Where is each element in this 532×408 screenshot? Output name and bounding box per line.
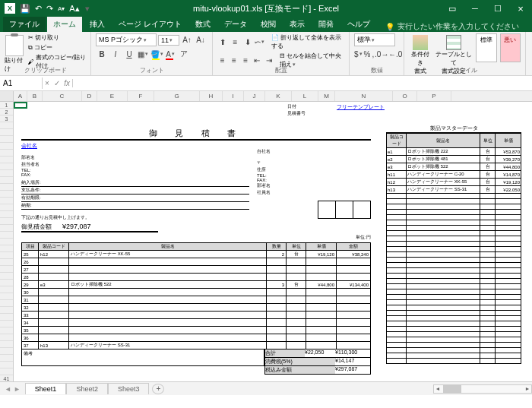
row-header[interactable] — [0, 266, 13, 273]
maximize-button[interactable]: ☐ — [486, 0, 509, 17]
cell-value[interactable]: ハンディークリーナー XK-55 — [69, 251, 267, 258]
cell-value[interactable] — [407, 300, 480, 305]
cell-value[interactable] — [496, 337, 521, 343]
cell-value[interactable] — [496, 231, 521, 236]
cell-value[interactable] — [69, 327, 267, 334]
cell-value[interactable]: ¥19,120 — [496, 179, 521, 186]
cell-value[interactable] — [387, 247, 407, 252]
row-header[interactable] — [0, 150, 13, 157]
cell-value[interactable] — [267, 342, 287, 349]
cell-value[interactable] — [387, 316, 407, 321]
italic-button[interactable]: I — [109, 48, 122, 60]
cell-value[interactable] — [480, 289, 496, 295]
row-header[interactable] — [0, 239, 13, 245]
cell-value[interactable] — [496, 210, 521, 215]
redo-icon[interactable]: ↷ — [46, 4, 53, 14]
bold-button[interactable]: B — [96, 48, 108, 60]
cell-value[interactable] — [496, 311, 521, 316]
cell-value[interactable] — [480, 215, 496, 220]
cell-value[interactable]: 32 — [22, 304, 39, 311]
cell-value[interactable] — [267, 304, 287, 311]
column-header[interactable]: J — [244, 91, 265, 101]
cell-value[interactable] — [387, 353, 407, 359]
increase-font-button[interactable]: A↑ — [181, 34, 193, 46]
cell-value[interactable] — [287, 274, 306, 280]
column-header[interactable]: G — [154, 91, 200, 101]
cell-value[interactable] — [480, 236, 496, 242]
row-headers[interactable]: 123414243 — [0, 102, 14, 395]
cell-value[interactable] — [267, 266, 287, 273]
cell-value[interactable] — [407, 343, 480, 348]
row-header[interactable] — [0, 211, 13, 218]
cell-value[interactable] — [496, 353, 521, 359]
cell-value[interactable] — [387, 236, 407, 242]
cell-value[interactable] — [480, 247, 496, 252]
tab-review[interactable]: 校閲 — [255, 17, 282, 32]
row-header[interactable] — [0, 198, 13, 204]
font-color-button[interactable]: A▾ — [164, 48, 176, 60]
cell-value[interactable] — [306, 289, 337, 296]
row-header[interactable] — [0, 225, 13, 232]
cell-value[interactable] — [306, 274, 337, 280]
cell-value[interactable] — [387, 226, 407, 231]
cell-value[interactable] — [407, 327, 480, 332]
row-header[interactable] — [0, 259, 13, 266]
cell-value[interactable] — [387, 295, 407, 300]
row-header[interactable] — [0, 334, 13, 341]
cell-value[interactable] — [387, 279, 407, 284]
cell-value[interactable] — [387, 305, 407, 311]
sheet-tab-1[interactable]: Sheet1 — [25, 383, 67, 394]
cell-value[interactable] — [407, 268, 480, 274]
cell-value[interactable] — [267, 312, 287, 318]
cell-value[interactable] — [496, 305, 521, 311]
cell-value[interactable]: 28 — [22, 274, 39, 280]
cell-value[interactable] — [496, 274, 521, 279]
cell-value[interactable]: 29 — [22, 281, 39, 288]
cell-value[interactable] — [496, 242, 521, 247]
cell-value[interactable] — [387, 268, 407, 274]
cell-value[interactable] — [480, 348, 496, 353]
ribbon-options-icon[interactable]: ▭ — [441, 0, 464, 17]
tab-view[interactable]: 表示 — [283, 17, 311, 32]
cut-button[interactable]: ✂切り取り — [28, 33, 86, 42]
cell-value[interactable]: ¥39,270 — [496, 156, 521, 163]
cell-value[interactable]: 36 — [22, 334, 39, 341]
row-header[interactable] — [0, 362, 13, 368]
cell-value[interactable]: 台 — [287, 251, 306, 258]
cell-value[interactable]: ハンディークリーナー SS-31 — [407, 186, 480, 194]
cell-value[interactable]: ¥19,120 — [306, 251, 337, 258]
cell-value[interactable] — [306, 327, 337, 334]
save-icon[interactable]: 💾 — [20, 4, 30, 14]
cell-value[interactable] — [496, 348, 521, 353]
row-header[interactable] — [0, 136, 13, 143]
formula-input[interactable] — [73, 77, 532, 89]
cell-value[interactable] — [387, 220, 407, 226]
cell-value[interactable] — [337, 266, 370, 273]
cell-value[interactable] — [496, 258, 521, 263]
cell-value[interactable]: 台 — [480, 179, 496, 186]
cell-value[interactable] — [306, 312, 337, 318]
cell-value[interactable]: 34 — [22, 319, 39, 326]
column-header[interactable]: P — [417, 91, 451, 101]
number-format-select[interactable]: 標準▾ — [354, 33, 395, 46]
cell-value[interactable] — [387, 199, 407, 204]
enter-formula-icon[interactable]: ✓ — [54, 79, 60, 87]
cell-value[interactable] — [306, 342, 337, 349]
cell-value[interactable] — [407, 274, 480, 279]
cell-value[interactable] — [387, 321, 407, 327]
cell-value[interactable] — [337, 342, 370, 349]
column-header[interactable]: F — [128, 91, 154, 101]
cell-value[interactable]: e1 — [387, 148, 407, 156]
cell-value[interactable] — [387, 327, 407, 332]
select-all-corner[interactable] — [0, 91, 14, 101]
cell-value[interactable] — [407, 353, 480, 359]
cell-value[interactable] — [496, 236, 521, 242]
sheet-cells[interactable]: フリーテンプレート 日付 見積番号 御 見 積 書 会社名 部署名 — [14, 102, 532, 395]
cell-value[interactable] — [480, 231, 496, 236]
cell-value[interactable] — [69, 296, 267, 303]
cell-value[interactable] — [496, 247, 521, 252]
orientation-button[interactable]: ⤺▾ — [255, 36, 265, 48]
cell-value[interactable] — [69, 319, 267, 326]
cell-value[interactable] — [407, 231, 480, 236]
cell-value[interactable] — [496, 343, 521, 348]
